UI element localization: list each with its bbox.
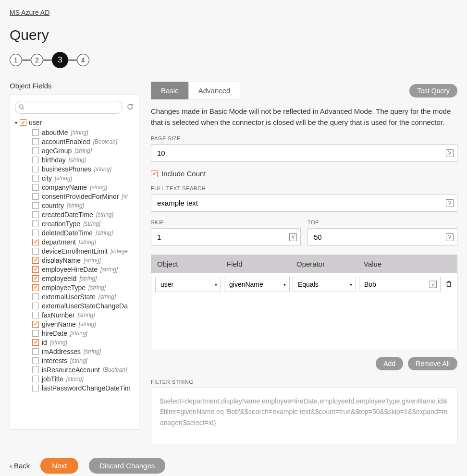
tree-item[interactable]: jobTitle[string]	[32, 374, 134, 383]
tree-item[interactable]: city[string]	[32, 173, 134, 183]
top-input[interactable]	[307, 228, 457, 246]
tab-advanced[interactable]: Advanced	[188, 82, 241, 99]
checkbox[interactable]	[32, 239, 39, 245]
field-type: [string]	[79, 239, 96, 245]
tree-item[interactable]: imAddresses[string]	[32, 347, 134, 356]
tab-basic[interactable]: Basic	[151, 82, 188, 99]
tree-item[interactable]: accountEnabled[Boolean]	[32, 137, 134, 146]
test-query-button[interactable]: Test Query	[409, 84, 457, 98]
checkbox[interactable]	[32, 147, 39, 154]
field-name: companyName	[42, 183, 87, 191]
filter-object-select[interactable]	[155, 277, 221, 292]
checkbox[interactable]	[32, 376, 39, 382]
step-2[interactable]: 2	[31, 54, 43, 66]
checkbox[interactable]	[32, 330, 39, 337]
checkbox[interactable]	[32, 184, 39, 191]
tree-item[interactable]: employeeId[string]	[32, 274, 134, 283]
checkbox[interactable]	[32, 275, 39, 282]
field-type: [string]	[79, 275, 97, 282]
tree-item[interactable]: consentProvidedForMinor[st	[32, 192, 134, 201]
tree-item[interactable]: isResourceAccount[Boolean]	[32, 365, 134, 374]
checkbox[interactable]	[32, 230, 39, 236]
checkbox[interactable]	[32, 385, 39, 391]
checkbox[interactable]	[32, 312, 39, 318]
tree-item[interactable]: lastPasswordChangeDateTim	[32, 383, 134, 392]
col-value: Value	[358, 255, 443, 273]
variable-icon[interactable]: V	[430, 281, 437, 288]
checkbox[interactable]	[32, 366, 39, 373]
filter-operator-select[interactable]	[293, 277, 356, 292]
checkbox[interactable]	[32, 248, 39, 255]
skip-input[interactable]	[151, 228, 301, 246]
tree-item[interactable]: businessPhones[string]	[32, 164, 134, 173]
filter-value-input[interactable]	[359, 277, 441, 292]
checkbox[interactable]	[32, 266, 39, 273]
tree-item[interactable]: deletedDateTime[string]	[32, 228, 134, 237]
tree-item[interactable]: deviceEnrollmentLimit[intege	[32, 246, 134, 256]
checkbox[interactable]	[32, 166, 39, 172]
checkbox[interactable]	[32, 129, 39, 136]
checkbox[interactable]	[32, 293, 39, 300]
step-4[interactable]: 4	[77, 54, 89, 66]
back-button[interactable]: ‹ Back	[10, 462, 30, 470]
tree-item[interactable]: birthday[string]	[32, 155, 134, 164]
full-text-input[interactable]	[151, 194, 457, 212]
checkbox-user[interactable]	[20, 119, 26, 126]
variable-icon[interactable]: V	[446, 233, 454, 241]
tree-item[interactable]: externalUserState[string]	[32, 292, 134, 301]
refresh-icon[interactable]	[126, 103, 134, 112]
step-1[interactable]: 1	[10, 54, 22, 66]
checkbox[interactable]	[32, 348, 39, 355]
tree-item[interactable]: createdDateTime[string]	[32, 210, 134, 219]
next-button[interactable]: Next	[40, 458, 78, 474]
checkbox[interactable]	[32, 321, 39, 328]
tree-item[interactable]: faxNumber[string]	[32, 310, 134, 319]
checkbox[interactable]	[32, 175, 39, 182]
field-name: externalUserStateChangeDa	[42, 302, 128, 310]
breadcrumb-link[interactable]: MS Azure AD	[10, 9, 49, 16]
tree-item[interactable]: creationType[string]	[32, 219, 134, 228]
tree-item[interactable]: id[string]	[32, 338, 134, 347]
tree-item[interactable]: employeeHireDate[string]	[32, 265, 134, 274]
discard-button[interactable]: Discard Changes	[89, 458, 165, 474]
tree-item[interactable]: companyName[string]	[32, 183, 134, 192]
tree-item[interactable]: externalUserStateChangeDa	[32, 301, 134, 310]
checkbox[interactable]	[32, 284, 39, 291]
filter-field-select[interactable]	[224, 277, 290, 292]
add-button[interactable]: Add	[376, 357, 403, 370]
checkbox[interactable]	[32, 303, 39, 309]
checkbox[interactable]	[32, 157, 39, 163]
remove-all-button[interactable]: Remove All	[408, 357, 457, 370]
variable-icon[interactable]: V	[289, 233, 297, 241]
checkbox[interactable]	[32, 357, 39, 364]
tree-item[interactable]: aboutMe[string]	[32, 128, 134, 137]
trash-icon[interactable]	[445, 281, 457, 289]
search-input[interactable]	[15, 101, 123, 114]
checkbox[interactable]	[32, 211, 39, 218]
step-3[interactable]: 3	[52, 52, 68, 68]
tree-item[interactable]: givenName[string]	[32, 319, 134, 329]
tree-item[interactable]: country[string]	[32, 201, 134, 210]
tree-item[interactable]: department[string]	[32, 237, 134, 246]
tree-root-user[interactable]: ▾ user	[15, 119, 134, 126]
tree-item[interactable]: hireDate[string]	[32, 329, 134, 338]
field-type: [string]	[100, 266, 118, 273]
tree-item[interactable]: ageGroup[string]	[32, 146, 134, 155]
field-type: [st	[122, 193, 128, 200]
variable-icon[interactable]: V	[446, 199, 454, 207]
checkbox[interactable]	[32, 193, 39, 200]
field-name: deletedDateTime	[42, 229, 93, 237]
field-name: isResourceAccount	[42, 366, 100, 374]
variable-icon[interactable]: V	[446, 149, 454, 157]
checkbox[interactable]	[32, 339, 39, 346]
tree-item[interactable]: interests[string]	[32, 356, 134, 365]
checkbox[interactable]	[32, 138, 39, 145]
checkbox[interactable]	[32, 220, 39, 227]
field-name: id	[42, 339, 47, 346]
include-count-checkbox[interactable]	[151, 171, 158, 177]
tree-item[interactable]: employeeType[string]	[32, 283, 134, 292]
checkbox[interactable]	[32, 202, 39, 209]
checkbox[interactable]	[32, 257, 39, 264]
page-size-input[interactable]	[151, 144, 457, 162]
tree-item[interactable]: displayName[string]	[32, 256, 134, 265]
